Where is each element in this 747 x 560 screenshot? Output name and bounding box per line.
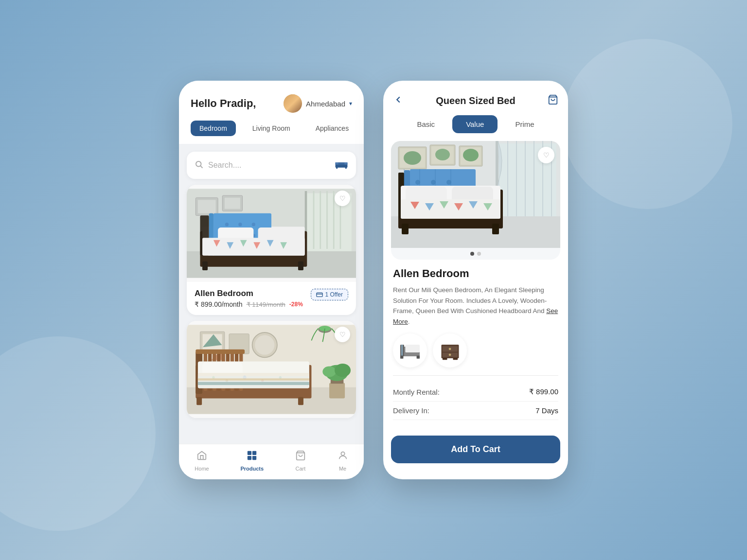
search-bar[interactable]: Search.... xyxy=(187,152,356,179)
svg-rect-37 xyxy=(202,262,208,270)
svg-point-151 xyxy=(448,348,451,350)
wishlist-button-2[interactable]: ♡ xyxy=(335,327,350,342)
svg-point-24 xyxy=(252,223,255,226)
product-image-1: ♡ xyxy=(187,185,356,282)
carousel-dot-2[interactable] xyxy=(477,252,481,256)
svg-line-1 xyxy=(200,166,202,168)
svg-rect-141 xyxy=(492,224,499,234)
svg-rect-140 xyxy=(402,224,409,234)
svg-rect-80 xyxy=(198,382,309,385)
nav-me-label: Me xyxy=(339,466,346,472)
avatar xyxy=(284,94,302,113)
svg-point-114 xyxy=(435,149,450,160)
phones-container: Hello Pradip, Ahmedabad ▾ Bedroom Living… xyxy=(179,81,568,479)
nav-products[interactable]: Products xyxy=(240,450,264,472)
svg-rect-144 xyxy=(401,345,402,356)
product-card-2[interactable]: ♡ xyxy=(187,321,356,418)
svg-rect-4 xyxy=(336,162,338,165)
category-tab-living[interactable]: Living Room xyxy=(244,121,299,136)
offer-badge-1[interactable]: 1 Offer xyxy=(311,289,348,300)
detail-image-container: ♡ xyxy=(391,141,560,248)
accessories-row xyxy=(393,333,558,368)
svg-rect-81 xyxy=(198,378,309,381)
svg-point-86 xyxy=(335,364,351,377)
svg-point-0 xyxy=(196,161,201,167)
current-price-1: ₹ 899.00/month xyxy=(195,300,243,308)
svg-rect-38 xyxy=(298,262,303,270)
product-details: Allen Bedroom ₹ 899.00/month ₹ 1149/mont… xyxy=(195,289,303,308)
product-image-2: ♡ xyxy=(187,321,356,418)
nav-cart[interactable]: Cart xyxy=(295,450,306,472)
location-text: Ahmedabad xyxy=(306,100,345,108)
svg-rect-145 xyxy=(405,345,420,352)
svg-rect-16 xyxy=(225,198,240,209)
plan-tab-prime[interactable]: Prime xyxy=(501,115,548,133)
nav-me[interactable]: Me xyxy=(338,450,348,472)
add-to-cart-button[interactable]: Add To Cart xyxy=(391,436,560,463)
accessory-nightstand[interactable] xyxy=(433,333,467,368)
svg-rect-146 xyxy=(400,356,403,359)
svg-rect-5 xyxy=(344,162,347,165)
product-detail-section: ♡ xyxy=(391,141,560,260)
svg-rect-88 xyxy=(298,397,303,405)
plan-tab-basic[interactable]: Basic xyxy=(403,115,448,133)
svg-rect-90 xyxy=(252,451,256,455)
info-rows: Montly Rental: ₹ 899.00 Delivery In: 7 D… xyxy=(393,375,558,420)
svg-rect-82 xyxy=(329,383,345,398)
carousel-dot-1[interactable] xyxy=(470,252,474,256)
product-card-1[interactable]: ♡ Allen Bedroom ₹ 899.00/month ₹ 1149/mo… xyxy=(187,185,356,315)
nav-products-label: Products xyxy=(240,466,264,472)
right-header: Queen Sized Bed xyxy=(383,81,568,115)
location-badge[interactable]: Ahmedabad ▾ xyxy=(284,94,352,113)
search-input[interactable]: Search.... xyxy=(208,161,241,170)
plan-tabs: Basic Value Prime xyxy=(383,115,568,141)
product-name-1: Allen Bedroom xyxy=(195,289,303,298)
svg-rect-92 xyxy=(252,456,256,460)
carousel-dots xyxy=(391,248,560,260)
svg-rect-91 xyxy=(248,456,251,460)
delivery-row: Delivery In: 7 Days xyxy=(393,402,558,420)
plan-tab-value[interactable]: Value xyxy=(452,115,498,133)
search-left: Search.... xyxy=(195,160,241,171)
svg-rect-70 xyxy=(196,350,245,354)
svg-rect-89 xyxy=(248,451,251,455)
svg-rect-6 xyxy=(336,167,338,169)
left-phone: Hello Pradip, Ahmedabad ▾ Bedroom Living… xyxy=(179,81,364,479)
search-icon xyxy=(195,160,203,171)
accessory-bed[interactable] xyxy=(393,333,427,368)
detail-wishlist-button[interactable]: ♡ xyxy=(538,147,554,163)
svg-point-85 xyxy=(322,367,336,377)
bed-filter-icon[interactable] xyxy=(335,158,348,172)
product-detail-name: Allen Bedroom xyxy=(393,267,558,280)
nav-home[interactable]: Home xyxy=(195,450,209,472)
svg-point-22 xyxy=(225,223,229,226)
products-icon xyxy=(247,450,257,464)
svg-point-113 xyxy=(404,151,421,165)
svg-point-94 xyxy=(341,452,344,455)
svg-point-115 xyxy=(463,149,479,161)
delivery-label: Delivery In: xyxy=(393,406,429,415)
svg-rect-44 xyxy=(316,293,322,297)
svg-rect-14 xyxy=(198,200,216,213)
page-title: Queen Sized Bed xyxy=(436,95,515,106)
chevron-down-icon: ▾ xyxy=(349,100,352,107)
svg-rect-147 xyxy=(417,356,420,359)
svg-point-23 xyxy=(238,223,242,226)
greeting-text: Hello Pradip, xyxy=(191,97,256,110)
back-button[interactable] xyxy=(393,94,404,107)
category-tab-bedroom[interactable]: Bedroom xyxy=(191,121,236,136)
product-description: Rent Our Mili Queen Bedroom, An Elegant … xyxy=(393,285,558,327)
product-info-1: Allen Bedroom ₹ 899.00/month ₹ 1149/mont… xyxy=(187,282,356,315)
left-header: Hello Pradip, Ahmedabad ▾ xyxy=(179,81,364,121)
home-icon xyxy=(196,450,207,464)
monthly-rental-value: ₹ 899.00 xyxy=(529,387,558,396)
cart-header-button[interactable] xyxy=(548,94,558,107)
wishlist-button-1[interactable]: ♡ xyxy=(335,191,350,206)
svg-rect-7 xyxy=(345,167,347,169)
bottom-navigation: Home Products xyxy=(179,444,364,479)
offer-label: 1 Offer xyxy=(325,291,343,298)
products-list: ♡ Allen Bedroom ₹ 899.00/month ₹ 1149/mo… xyxy=(179,179,364,444)
category-tab-appliances[interactable]: Appliances xyxy=(307,121,358,136)
svg-rect-153 xyxy=(442,358,447,360)
category-tabs: Bedroom Living Room Appliances Full Ho..… xyxy=(179,121,364,144)
